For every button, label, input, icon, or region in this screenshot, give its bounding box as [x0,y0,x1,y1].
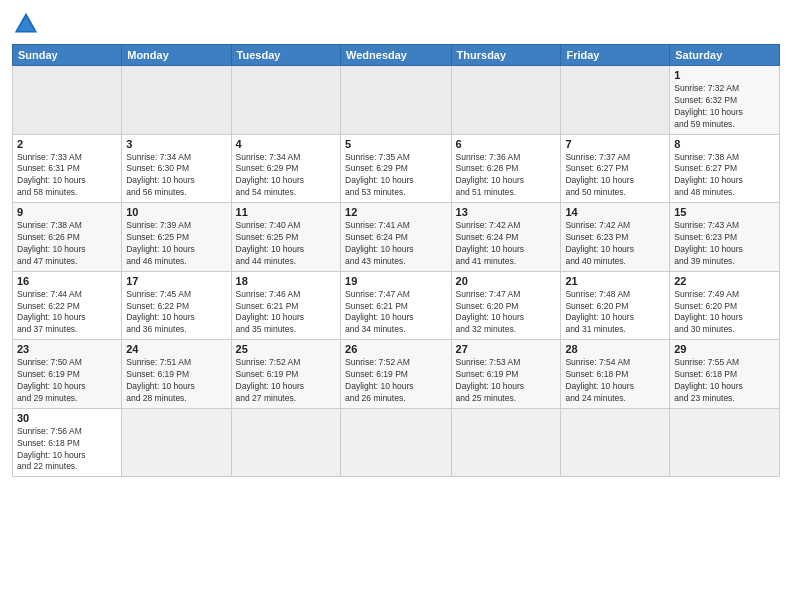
calendar-cell: 16Sunrise: 7:44 AM Sunset: 6:22 PM Dayli… [13,271,122,340]
calendar-cell: 21Sunrise: 7:48 AM Sunset: 6:20 PM Dayli… [561,271,670,340]
day-info: Sunrise: 7:56 AM Sunset: 6:18 PM Dayligh… [17,426,117,474]
day-info: Sunrise: 7:51 AM Sunset: 6:19 PM Dayligh… [126,357,226,405]
weekday-header-thursday: Thursday [451,45,561,66]
day-info: Sunrise: 7:41 AM Sunset: 6:24 PM Dayligh… [345,220,447,268]
day-info: Sunrise: 7:47 AM Sunset: 6:21 PM Dayligh… [345,289,447,337]
day-number: 16 [17,275,117,287]
calendar-cell [561,66,670,135]
calendar-week-row: 16Sunrise: 7:44 AM Sunset: 6:22 PM Dayli… [13,271,780,340]
day-number: 27 [456,343,557,355]
day-info: Sunrise: 7:38 AM Sunset: 6:26 PM Dayligh… [17,220,117,268]
day-number: 15 [674,206,775,218]
day-number: 26 [345,343,447,355]
calendar-cell: 30Sunrise: 7:56 AM Sunset: 6:18 PM Dayli… [13,408,122,477]
day-info: Sunrise: 7:47 AM Sunset: 6:20 PM Dayligh… [456,289,557,337]
day-number: 22 [674,275,775,287]
day-info: Sunrise: 7:44 AM Sunset: 6:22 PM Dayligh… [17,289,117,337]
calendar-cell: 18Sunrise: 7:46 AM Sunset: 6:21 PM Dayli… [231,271,340,340]
calendar-cell [451,66,561,135]
calendar-cell: 10Sunrise: 7:39 AM Sunset: 6:25 PM Dayli… [122,203,231,272]
calendar-cell: 19Sunrise: 7:47 AM Sunset: 6:21 PM Dayli… [341,271,452,340]
calendar-cell [451,408,561,477]
calendar-cell: 20Sunrise: 7:47 AM Sunset: 6:20 PM Dayli… [451,271,561,340]
logo-icon [12,10,40,38]
day-number: 11 [236,206,336,218]
day-number: 12 [345,206,447,218]
day-info: Sunrise: 7:39 AM Sunset: 6:25 PM Dayligh… [126,220,226,268]
calendar-cell: 25Sunrise: 7:52 AM Sunset: 6:19 PM Dayli… [231,340,340,409]
calendar-cell: 1Sunrise: 7:32 AM Sunset: 6:32 PM Daylig… [670,66,780,135]
calendar-cell: 12Sunrise: 7:41 AM Sunset: 6:24 PM Dayli… [341,203,452,272]
day-number: 19 [345,275,447,287]
day-info: Sunrise: 7:49 AM Sunset: 6:20 PM Dayligh… [674,289,775,337]
day-info: Sunrise: 7:50 AM Sunset: 6:19 PM Dayligh… [17,357,117,405]
day-number: 29 [674,343,775,355]
day-number: 5 [345,138,447,150]
calendar-cell [122,66,231,135]
calendar-cell [341,66,452,135]
day-number: 30 [17,412,117,424]
calendar-week-row: 1Sunrise: 7:32 AM Sunset: 6:32 PM Daylig… [13,66,780,135]
day-number: 13 [456,206,557,218]
calendar-week-row: 9Sunrise: 7:38 AM Sunset: 6:26 PM Daylig… [13,203,780,272]
day-info: Sunrise: 7:34 AM Sunset: 6:29 PM Dayligh… [236,152,336,200]
day-number: 25 [236,343,336,355]
day-number: 8 [674,138,775,150]
day-info: Sunrise: 7:43 AM Sunset: 6:23 PM Dayligh… [674,220,775,268]
calendar-cell: 14Sunrise: 7:42 AM Sunset: 6:23 PM Dayli… [561,203,670,272]
calendar-cell: 3Sunrise: 7:34 AM Sunset: 6:30 PM Daylig… [122,134,231,203]
day-number: 14 [565,206,665,218]
day-info: Sunrise: 7:46 AM Sunset: 6:21 PM Dayligh… [236,289,336,337]
day-info: Sunrise: 7:55 AM Sunset: 6:18 PM Dayligh… [674,357,775,405]
calendar-cell: 2Sunrise: 7:33 AM Sunset: 6:31 PM Daylig… [13,134,122,203]
day-info: Sunrise: 7:36 AM Sunset: 6:28 PM Dayligh… [456,152,557,200]
day-number: 17 [126,275,226,287]
day-number: 3 [126,138,226,150]
calendar-cell: 6Sunrise: 7:36 AM Sunset: 6:28 PM Daylig… [451,134,561,203]
day-number: 24 [126,343,226,355]
day-info: Sunrise: 7:52 AM Sunset: 6:19 PM Dayligh… [236,357,336,405]
calendar-cell [122,408,231,477]
weekday-header-sunday: Sunday [13,45,122,66]
header [12,10,780,38]
day-info: Sunrise: 7:37 AM Sunset: 6:27 PM Dayligh… [565,152,665,200]
calendar-cell: 24Sunrise: 7:51 AM Sunset: 6:19 PM Dayli… [122,340,231,409]
day-number: 28 [565,343,665,355]
day-info: Sunrise: 7:42 AM Sunset: 6:23 PM Dayligh… [565,220,665,268]
day-info: Sunrise: 7:45 AM Sunset: 6:22 PM Dayligh… [126,289,226,337]
calendar-week-row: 23Sunrise: 7:50 AM Sunset: 6:19 PM Dayli… [13,340,780,409]
day-info: Sunrise: 7:48 AM Sunset: 6:20 PM Dayligh… [565,289,665,337]
calendar-week-row: 30Sunrise: 7:56 AM Sunset: 6:18 PM Dayli… [13,408,780,477]
day-number: 1 [674,69,775,81]
calendar-cell [670,408,780,477]
logo [12,10,44,38]
day-info: Sunrise: 7:38 AM Sunset: 6:27 PM Dayligh… [674,152,775,200]
day-number: 9 [17,206,117,218]
day-number: 21 [565,275,665,287]
calendar-cell [231,66,340,135]
day-info: Sunrise: 7:54 AM Sunset: 6:18 PM Dayligh… [565,357,665,405]
weekday-header-friday: Friday [561,45,670,66]
day-info: Sunrise: 7:42 AM Sunset: 6:24 PM Dayligh… [456,220,557,268]
calendar-cell [561,408,670,477]
weekday-header-wednesday: Wednesday [341,45,452,66]
calendar-cell: 9Sunrise: 7:38 AM Sunset: 6:26 PM Daylig… [13,203,122,272]
calendar-cell: 17Sunrise: 7:45 AM Sunset: 6:22 PM Dayli… [122,271,231,340]
calendar-cell: 26Sunrise: 7:52 AM Sunset: 6:19 PM Dayli… [341,340,452,409]
day-number: 6 [456,138,557,150]
weekday-header-row: SundayMondayTuesdayWednesdayThursdayFrid… [13,45,780,66]
calendar-cell [231,408,340,477]
calendar-cell: 29Sunrise: 7:55 AM Sunset: 6:18 PM Dayli… [670,340,780,409]
day-info: Sunrise: 7:33 AM Sunset: 6:31 PM Dayligh… [17,152,117,200]
calendar-cell: 11Sunrise: 7:40 AM Sunset: 6:25 PM Dayli… [231,203,340,272]
day-number: 20 [456,275,557,287]
calendar-cell: 4Sunrise: 7:34 AM Sunset: 6:29 PM Daylig… [231,134,340,203]
calendar-cell: 15Sunrise: 7:43 AM Sunset: 6:23 PM Dayli… [670,203,780,272]
day-info: Sunrise: 7:52 AM Sunset: 6:19 PM Dayligh… [345,357,447,405]
calendar-cell: 27Sunrise: 7:53 AM Sunset: 6:19 PM Dayli… [451,340,561,409]
calendar-cell: 5Sunrise: 7:35 AM Sunset: 6:29 PM Daylig… [341,134,452,203]
calendar-table: SundayMondayTuesdayWednesdayThursdayFrid… [12,44,780,477]
day-number: 10 [126,206,226,218]
calendar-cell [341,408,452,477]
day-number: 4 [236,138,336,150]
